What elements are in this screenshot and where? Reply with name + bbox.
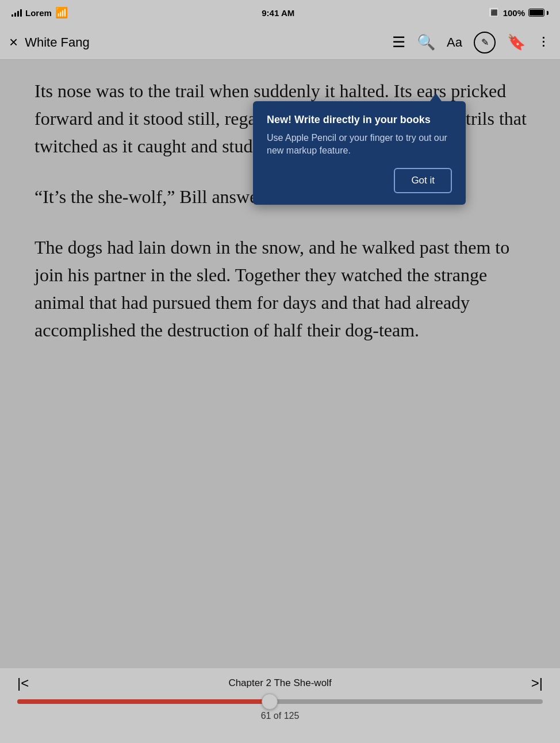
toc-icon[interactable]: ☰ bbox=[392, 33, 405, 51]
font-icon[interactable]: Aa bbox=[447, 35, 462, 50]
status-right: 🔳 100% bbox=[489, 7, 549, 18]
tooltip-title: New! Write directly in your books bbox=[267, 114, 452, 126]
tooltip-popup: New! Write directly in your books Use Ap… bbox=[253, 101, 466, 205]
battery-icon bbox=[528, 9, 549, 17]
page-info: 61 of 125 bbox=[261, 711, 300, 721]
progress-thumb[interactable] bbox=[262, 694, 278, 710]
bookmark-icon[interactable]: 🔖 bbox=[507, 33, 526, 51]
close-button[interactable]: × bbox=[9, 33, 18, 51]
book-title: White Fang bbox=[25, 35, 90, 50]
progress-bar[interactable] bbox=[17, 699, 543, 704]
battery-percent-label: 100% bbox=[503, 8, 525, 18]
nav-right: ☰ 🔍 Aa ✎ 🔖 ︙ bbox=[392, 32, 551, 53]
progress-fill bbox=[17, 699, 270, 704]
status-time: 9:41 AM bbox=[262, 8, 294, 18]
more-icon[interactable]: ︙ bbox=[537, 35, 551, 50]
status-bar: Lorem 📶 9:41 AM 🔳 100% bbox=[0, 0, 560, 25]
got-it-button[interactable]: Got it bbox=[394, 168, 452, 193]
prev-chapter-button[interactable]: |< bbox=[17, 675, 29, 691]
bluetooth-icon: 🔳 bbox=[489, 7, 500, 18]
status-left: Lorem 📶 bbox=[11, 6, 68, 19]
paragraph-3: The dogs had lain down in the snow, and … bbox=[34, 233, 531, 344]
carrier-label: Lorem bbox=[25, 8, 52, 18]
signal-icon bbox=[11, 9, 22, 17]
tooltip-body: Use Apple Pencil or your finger to try o… bbox=[267, 132, 452, 158]
wifi-icon: 📶 bbox=[55, 6, 68, 19]
chapter-label: Chapter 2 The She-wolf bbox=[228, 677, 331, 689]
tooltip-actions: Got it bbox=[267, 168, 452, 193]
pencil-icon: ✎ bbox=[481, 37, 489, 48]
search-icon[interactable]: 🔍 bbox=[417, 33, 435, 51]
chapter-nav: |< Chapter 2 The She-wolf >| bbox=[17, 675, 543, 691]
nav-left: × White Fang bbox=[9, 33, 392, 51]
bottom-bar: |< Chapter 2 The She-wolf >| 61 of 125 bbox=[0, 668, 560, 743]
reading-area: Its nose was to the trail when suddenly … bbox=[0, 60, 560, 668]
nav-bar: × White Fang ☰ 🔍 Aa ✎ 🔖 ︙ bbox=[0, 25, 560, 60]
pencil-button[interactable]: ✎ bbox=[474, 32, 496, 53]
next-chapter-button[interactable]: >| bbox=[531, 675, 543, 691]
